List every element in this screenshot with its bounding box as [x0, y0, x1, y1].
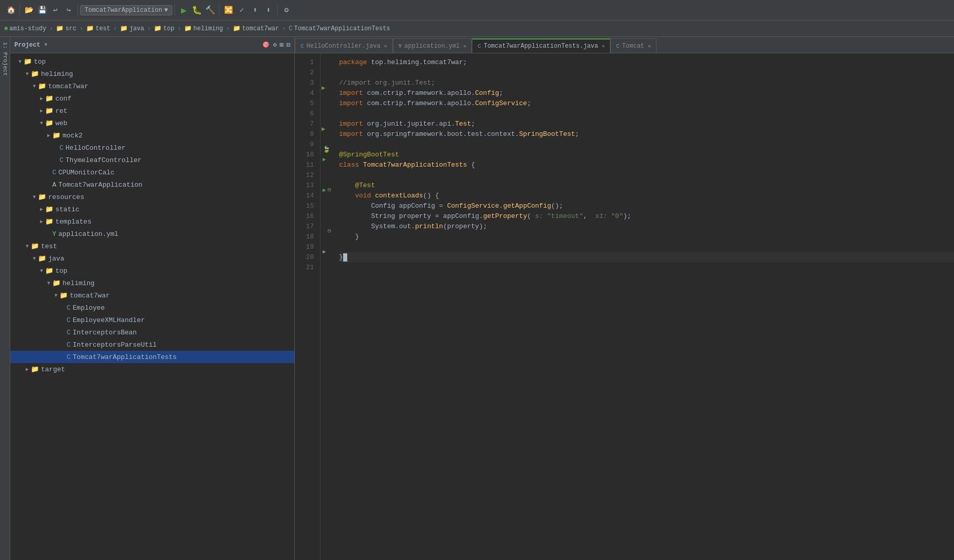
build-icon[interactable]: 🔨 — [205, 5, 216, 16]
tree-node-heliming-test[interactable]: ▼ 📁 heliming — [10, 277, 294, 289]
breadcrumb-tomcat7war[interactable]: 📁 tomcat7war — [233, 25, 279, 32]
toolbar-icon-redo[interactable]: ↪ — [63, 5, 74, 16]
code-line-11: class Tomcat7warApplicationTests { — [339, 160, 954, 170]
tab-icon-hello: C — [301, 43, 304, 49]
toolbar-sep-1 — [19, 4, 20, 16]
line-num-5: 5 — [295, 98, 318, 109]
tab-close-test[interactable]: ✕ — [602, 43, 605, 49]
class-icon-employee: C — [67, 304, 71, 312]
toolbar-icon-undo[interactable]: ↩ — [50, 5, 61, 16]
tree-label-thymeleaf-controller: ThymeleafController — [66, 156, 142, 164]
code-content[interactable]: package top.heliming.tomcat7war; //impor… — [335, 53, 954, 560]
tree-icon-locate[interactable]: 🎯 — [262, 41, 270, 49]
tree-node-tomcat7war-main[interactable]: ▼ 📁 tomcat7war — [10, 80, 294, 92]
tree-node-application-yml[interactable]: Y application.yml — [10, 228, 294, 240]
tree-icon-gear[interactable]: ⚙ — [273, 41, 276, 49]
code-line-21 — [339, 263, 954, 273]
breadcrumb-src[interactable]: 📁 src — [56, 25, 76, 32]
tree-icon-expand[interactable]: ⊞ — [280, 41, 284, 49]
line-num-20: 20 — [295, 252, 318, 263]
gutter-fold-14[interactable]: ⊟ — [328, 187, 331, 193]
push-icon[interactable]: ⬆ — [249, 5, 261, 16]
gutter-fold-18[interactable]: ⊟ — [328, 228, 331, 234]
breadcrumb-test[interactable]: 📁 test — [86, 25, 110, 32]
gutter-run-14[interactable]: ▶ — [323, 187, 326, 193]
side-panel-tab-project[interactable]: 1: Project — [1, 39, 9, 79]
tab-close-tomcat2[interactable]: ✕ — [648, 43, 651, 49]
pull-icon[interactable]: ⬇ — [263, 5, 274, 16]
toolbar-icon-save[interactable]: 💾 — [36, 5, 48, 16]
breadcrumb-amis-study[interactable]: ■ amis-study — [4, 25, 46, 32]
run-icon[interactable]: ▶ — [178, 5, 189, 16]
tree-label-resources: resources — [48, 193, 84, 201]
tree-node-employee-xml[interactable]: C EmployeeXMLHandler — [10, 314, 294, 326]
tab-close-yaml[interactable]: ✕ — [463, 43, 466, 49]
toolbar-icon-logo[interactable]: 🏠 — [5, 5, 16, 16]
tab-tomcat2[interactable]: C Tomcat ✕ — [610, 38, 657, 53]
tree-node-conf[interactable]: ▶ 📁 conf — [10, 92, 294, 105]
gutter-fold-4[interactable]: ▶ — [322, 84, 325, 92]
tree-arrow-heliming-test: ▼ — [45, 281, 52, 286]
code-line-6 — [339, 109, 954, 119]
settings-icon[interactable]: ⚙ — [281, 5, 292, 16]
commit-icon[interactable]: ✓ — [236, 5, 247, 16]
tab-test-class[interactable]: C Tomcat7warApplicationTests.java ✕ — [472, 38, 610, 53]
breadcrumb-java[interactable]: 📁 java — [120, 25, 144, 32]
tree-node-target[interactable]: ▶ 📁 target — [10, 363, 294, 375]
breadcrumb-sep-4: › — [177, 25, 181, 32]
tree-node-heliming[interactable]: ▼ 📁 heliming — [10, 68, 294, 80]
breadcrumb-top[interactable]: 📁 top — [154, 25, 174, 32]
line-num-4: 4 — [295, 88, 318, 98]
code-line-16: String property = appConfig.getProperty(… — [339, 211, 954, 222]
gutter-fold-8[interactable]: ▶ — [322, 125, 325, 133]
tree-icon-collapse[interactable]: ⊟ — [287, 41, 290, 49]
folder-icon-2: 📁 — [86, 25, 94, 32]
folder-icon-resources: 📁 — [38, 193, 46, 201]
tree-node-test-class[interactable]: C Tomcat7warApplicationTests — [10, 351, 294, 363]
tree-title: Project — [14, 42, 40, 49]
tree-node-ret[interactable]: ▶ 📁 ret — [10, 105, 294, 117]
vcs-icon[interactable]: 🔀 — [223, 5, 234, 16]
gutter-fold-20[interactable]: ▶ — [323, 248, 326, 255]
tree-node-resources[interactable]: ▼ 📁 resources — [10, 191, 294, 203]
breadcrumb-classname[interactable]: C Tomcat7warApplicationTests — [289, 25, 390, 32]
tree-node-interceptors-parse[interactable]: C InterceptorsParseUtil — [10, 338, 294, 351]
tree-node-employee[interactable]: C Employee — [10, 302, 294, 314]
tab-icon-yaml: Y — [399, 43, 402, 49]
tab-application-yml[interactable]: Y application.yml ✕ — [393, 38, 472, 53]
debug-icon[interactable]: 🐛 — [191, 5, 203, 16]
tree-node-web[interactable]: ▼ 📁 web — [10, 117, 294, 129]
tree-node-cpu-monitor[interactable]: C CPUMonitorCalc — [10, 166, 294, 178]
tab-hello-controller[interactable]: C HelloController.java ✕ — [295, 38, 393, 53]
code-line-14: void contextLoads() { — [339, 191, 954, 201]
tab-icon-tomcat2: C — [616, 43, 620, 49]
tree-node-top[interactable]: ▼ 📁 top — [10, 55, 294, 68]
tree-node-java[interactable]: ▼ 📁 java — [10, 252, 294, 265]
tree-node-interceptors-bean[interactable]: C InterceptorsBean — [10, 326, 294, 338]
tree-arrow-static: ▶ — [38, 206, 45, 212]
tree-node-hello-controller[interactable]: C HelloController — [10, 142, 294, 154]
tree-node-mock2[interactable]: ▶ 📁 mock2 — [10, 129, 294, 142]
tree-header-icons: 🎯 ⚙ ⊞ ⊟ — [262, 41, 290, 49]
breadcrumb-heliming[interactable]: 📁 heliming — [184, 25, 223, 32]
tree-node-static[interactable]: ▶ 📁 static — [10, 203, 294, 215]
tree-node-templates[interactable]: ▶ 📁 templates — [10, 215, 294, 228]
tree-arrow-top-test: ▼ — [38, 268, 45, 274]
tree-node-tomcat7war-test[interactable]: ▼ 📁 tomcat7war — [10, 289, 294, 302]
gutter-run-11[interactable]: ▶ — [323, 156, 326, 163]
folder-icon-3: 📁 — [120, 25, 128, 32]
gutter-springboot-10[interactable]: 🍃 — [323, 146, 330, 153]
tab-close-hello[interactable]: ✕ — [384, 43, 387, 49]
line-num-19: 19 — [295, 242, 318, 252]
tree-node-tomcat-app[interactable]: A Tomcat7warApplication — [10, 178, 294, 191]
toolbar-icon-open[interactable]: 📂 — [23, 5, 34, 16]
tree-node-test[interactable]: ▼ 📁 test — [10, 240, 294, 252]
editor-area: C HelloController.java ✕ Y application.y… — [295, 37, 954, 560]
gutter: ▶ ▶ 🍃 ▶ ▶ ⊟ ⊟ ▶ — [321, 53, 335, 560]
project-selector[interactable]: Tomcat7warApplication ▼ — [80, 5, 172, 15]
line-num-14: 14 — [295, 191, 318, 201]
tree-node-top-test[interactable]: ▼ 📁 top — [10, 265, 294, 277]
tree-arrow-tomcat7war-main: ▼ — [31, 84, 38, 89]
main-area: 1: Project Project ▼ 🎯 ⚙ ⊞ ⊟ ▼ 📁 top — [0, 37, 954, 560]
tree-node-thymeleaf-controller[interactable]: C ThymeleafController — [10, 154, 294, 166]
